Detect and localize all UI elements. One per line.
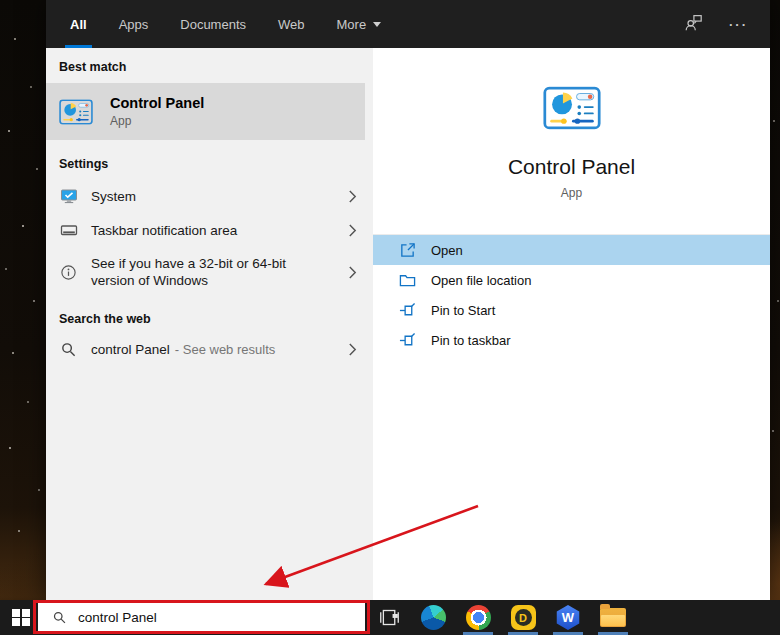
taskbar-search-box[interactable]: control Panel bbox=[38, 603, 365, 632]
settings-header: Settings bbox=[59, 157, 373, 171]
search-icon bbox=[52, 610, 67, 625]
settings-item-system[interactable]: System bbox=[46, 179, 373, 213]
tab-documents[interactable]: Documents bbox=[175, 0, 251, 48]
system-monitor-icon bbox=[59, 187, 78, 205]
user-account-icon[interactable] bbox=[683, 12, 703, 36]
chevron-right-icon bbox=[348, 265, 357, 280]
best-match-result[interactable]: Control Panel App bbox=[46, 83, 365, 140]
control-panel-icon bbox=[543, 86, 601, 130]
web-search-result[interactable]: control Panel - See web results bbox=[46, 332, 373, 366]
taskbar: control Panel D W bbox=[0, 600, 780, 635]
desktop: All Apps Documents Web More ··· Best mat bbox=[0, 0, 780, 635]
info-icon bbox=[59, 264, 78, 281]
best-match-title: Control Panel bbox=[110, 95, 204, 111]
task-view-icon bbox=[379, 607, 400, 628]
settings-item-taskbar-notification[interactable]: Taskbar notification area bbox=[46, 213, 373, 247]
file-explorer-icon bbox=[600, 608, 626, 627]
d-letter-app-icon: D bbox=[511, 605, 536, 630]
pinned-app-chrome[interactable] bbox=[456, 600, 500, 635]
chevron-down-icon bbox=[373, 22, 381, 27]
pinned-app-edge[interactable] bbox=[411, 600, 455, 635]
folder-outline-icon bbox=[398, 272, 417, 289]
pin-icon bbox=[398, 332, 417, 349]
results-list: Best match Control Panel App Settings Sy… bbox=[46, 48, 373, 600]
task-view-button[interactable] bbox=[372, 600, 406, 635]
preview-pane: Control Panel App Open Open file lo bbox=[373, 48, 770, 600]
chevron-right-icon bbox=[348, 342, 357, 357]
search-flyout: All Apps Documents Web More ··· Best mat bbox=[46, 0, 770, 600]
preview-app-title: Control Panel bbox=[508, 155, 635, 179]
pinned-app-wps[interactable]: W bbox=[546, 600, 590, 635]
action-open[interactable]: Open bbox=[373, 235, 770, 265]
tab-all[interactable]: All bbox=[65, 0, 92, 48]
windows-logo-icon bbox=[12, 609, 30, 627]
filter-tabs: All Apps Documents Web More bbox=[65, 0, 408, 48]
settings-item-32-64-bit[interactable]: See if you have a 32-bit or 64-bit versi… bbox=[46, 247, 373, 297]
search-icon bbox=[59, 341, 78, 358]
best-match-header: Best match bbox=[59, 60, 373, 74]
search-filter-bar: All Apps Documents Web More ··· bbox=[46, 0, 770, 48]
wallpaper-stars bbox=[0, 0, 2, 2]
microsoft-edge-icon bbox=[421, 605, 446, 630]
preview-app-type: App bbox=[561, 186, 582, 200]
chevron-right-icon bbox=[348, 223, 357, 238]
taskbar-rect-icon bbox=[59, 221, 78, 239]
action-open-file-location[interactable]: Open file location bbox=[373, 265, 770, 295]
pinned-app-file-explorer[interactable] bbox=[591, 600, 635, 635]
web-search-query: control Panel bbox=[91, 341, 170, 358]
control-panel-icon bbox=[59, 99, 93, 125]
tab-web[interactable]: Web bbox=[273, 0, 310, 48]
pin-icon bbox=[398, 302, 417, 319]
best-match-type: App bbox=[110, 114, 204, 128]
open-icon bbox=[398, 242, 417, 259]
tab-more[interactable]: More bbox=[332, 0, 387, 48]
web-search-suffix: - See web results bbox=[175, 342, 348, 357]
topbar-actions: ··· bbox=[683, 0, 748, 48]
action-list: Open Open file location Pin to Start bbox=[373, 235, 770, 355]
start-button[interactable] bbox=[0, 600, 42, 635]
action-pin-to-taskbar[interactable]: Pin to taskbar bbox=[373, 325, 770, 355]
taskbar-search-value: control Panel bbox=[78, 610, 157, 625]
search-results: Best match Control Panel App Settings Sy… bbox=[46, 48, 770, 600]
google-chrome-icon bbox=[466, 605, 491, 630]
more-options-icon[interactable]: ··· bbox=[729, 17, 748, 32]
chevron-right-icon bbox=[348, 189, 357, 204]
action-pin-to-start[interactable]: Pin to Start bbox=[373, 295, 770, 325]
tab-apps[interactable]: Apps bbox=[114, 0, 154, 48]
wps-office-icon: W bbox=[556, 605, 581, 630]
search-web-header: Search the web bbox=[59, 312, 373, 326]
pinned-app-d[interactable]: D bbox=[501, 600, 545, 635]
